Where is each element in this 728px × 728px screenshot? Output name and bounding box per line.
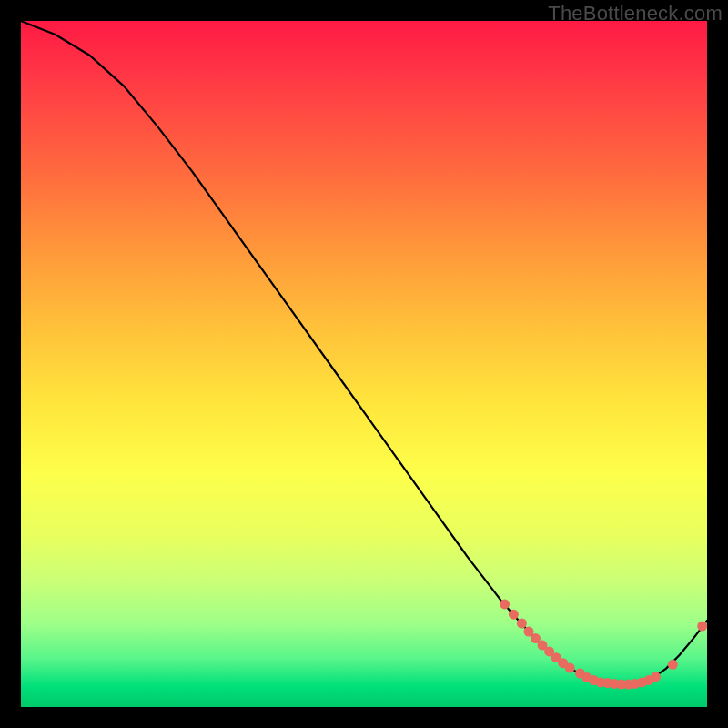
- bottleneck-curve: [21, 21, 707, 684]
- marker-dot: [651, 672, 661, 682]
- marker-dot: [500, 599, 510, 609]
- marker-dot: [697, 622, 707, 632]
- chart-frame: TheBottleneck.com: [0, 0, 728, 728]
- plot-area: [21, 21, 707, 707]
- marker-dot: [509, 610, 519, 620]
- curve-markers: [500, 599, 707, 689]
- marker-dot: [565, 663, 575, 673]
- marker-dot: [668, 660, 678, 670]
- marker-dot: [517, 619, 527, 629]
- chart-svg: [21, 21, 707, 707]
